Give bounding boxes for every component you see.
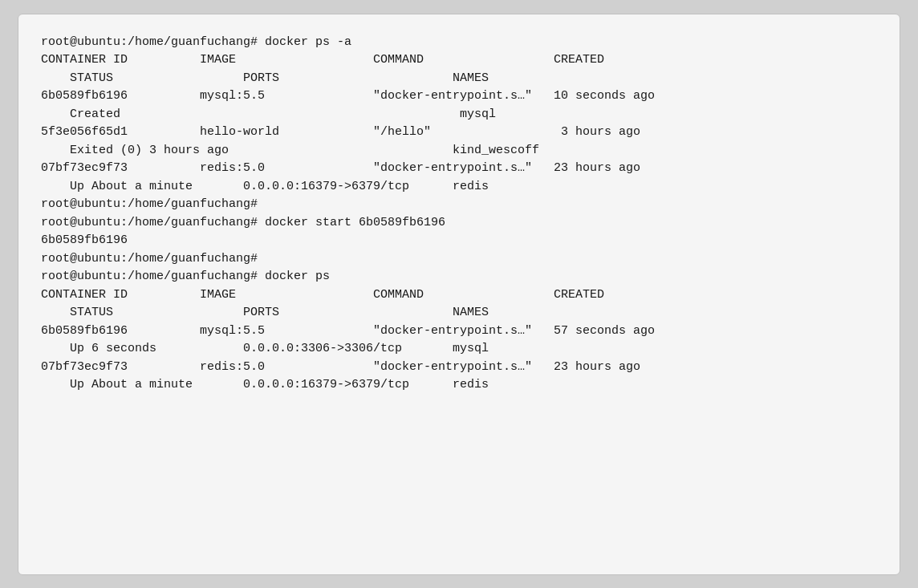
terminal-line-l13: root@ubuntu:/home/guanfuchang# bbox=[41, 250, 877, 269]
terminal-line-l16: STATUS PORTS NAMES bbox=[41, 304, 877, 322]
terminal-line-l3: STATUS PORTS NAMES bbox=[41, 70, 877, 88]
terminal-line-l1: root@ubuntu:/home/guanfuchang# docker ps… bbox=[41, 34, 877, 52]
terminal-line-l11: root@ubuntu:/home/guanfuchang# docker st… bbox=[41, 214, 877, 233]
terminal-line-l5: Created mysql bbox=[41, 106, 877, 124]
terminal-line-l20: Up About a minute 0.0.0.0:16379->6379/tc… bbox=[41, 376, 877, 395]
terminal-content: root@ubuntu:/home/guanfuchang# docker ps… bbox=[41, 34, 877, 395]
terminal-line-l12: 6b0589fb6196 bbox=[41, 232, 877, 250]
terminal-line-l19: 07bf73ec9f73 redis:5.0 "docker-entrypoin… bbox=[41, 359, 877, 377]
terminal-line-l15: CONTAINER ID IMAGE COMMAND CREATED bbox=[41, 286, 877, 305]
terminal-line-l2: CONTAINER ID IMAGE COMMAND CREATED bbox=[41, 51, 877, 70]
terminal-line-l9: Up About a minute 0.0.0.0:16379->6379/tc… bbox=[41, 178, 877, 197]
terminal-line-l6: 5f3e056f65d1 hello-world "/hello" 3 hour… bbox=[41, 124, 877, 142]
terminal-line-l17: 6b0589fb6196 mysql:5.5 "docker-entrypoin… bbox=[41, 322, 877, 341]
terminal-line-l14: root@ubuntu:/home/guanfuchang# docker ps bbox=[41, 268, 877, 286]
terminal-line-l10: root@ubuntu:/home/guanfuchang# bbox=[41, 196, 877, 214]
terminal-line-l4: 6b0589fb6196 mysql:5.5 "docker-entrypoin… bbox=[41, 87, 877, 106]
terminal-line-l7: Exited (0) 3 hours ago kind_wescoff bbox=[41, 142, 877, 160]
terminal-line-l18: Up 6 seconds 0.0.0.0:3306->3306/tcp mysq… bbox=[41, 340, 877, 359]
terminal-window: root@ubuntu:/home/guanfuchang# docker ps… bbox=[18, 14, 900, 575]
terminal-line-l8: 07bf73ec9f73 redis:5.0 "docker-entrypoin… bbox=[41, 160, 877, 178]
